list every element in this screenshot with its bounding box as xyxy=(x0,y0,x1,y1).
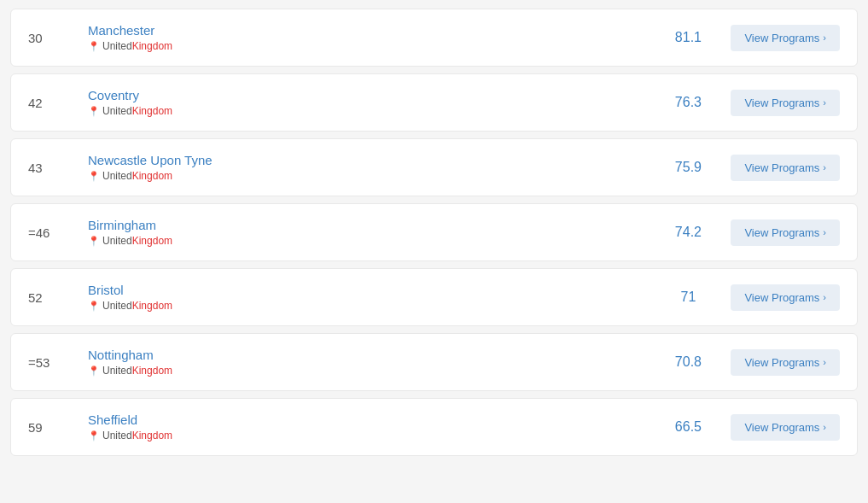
country-highlight: Kingdom xyxy=(132,105,172,117)
city-name[interactable]: Manchester xyxy=(88,23,645,38)
chevron-right-icon: › xyxy=(823,292,826,302)
view-programs-label: View Programs xyxy=(744,161,819,174)
rank-number: =46 xyxy=(28,225,79,240)
city-info: Bristol 📍 United Kingdom xyxy=(79,283,645,312)
city-info: Sheffield 📍 United Kingdom xyxy=(79,412,645,442)
view-programs-label: View Programs xyxy=(744,32,819,44)
country-highlight: Kingdom xyxy=(132,430,172,442)
country-highlight: Kingdom xyxy=(132,40,172,52)
country-line: 📍 United Kingdom xyxy=(88,365,645,377)
view-programs-label: View Programs xyxy=(744,97,819,109)
score-value: 71 xyxy=(645,290,731,305)
view-programs-button[interactable]: View Programs › xyxy=(731,155,840,181)
country-text: United xyxy=(102,430,132,442)
country-text: United xyxy=(102,105,132,117)
chevron-right-icon: › xyxy=(823,227,826,237)
view-programs-label: View Programs xyxy=(744,226,819,239)
city-info: Nottingham 📍 United Kingdom xyxy=(79,348,645,377)
country-line: 📍 United Kingdom xyxy=(88,430,645,442)
score-value: 81.1 xyxy=(645,30,731,45)
country-highlight: Kingdom xyxy=(132,300,172,312)
country-text: United xyxy=(102,365,132,377)
city-name[interactable]: Sheffield xyxy=(88,412,645,427)
table-row: 52 Bristol 📍 United Kingdom 71 View Prog… xyxy=(10,268,858,326)
location-icon: 📍 xyxy=(88,41,100,52)
table-row: 43 Newcastle Upon Tyne 📍 United Kingdom … xyxy=(10,138,858,196)
view-programs-button[interactable]: View Programs › xyxy=(731,284,840,311)
score-value: 70.8 xyxy=(645,354,731,370)
score-value: 76.3 xyxy=(645,95,731,110)
location-icon: 📍 xyxy=(88,366,100,377)
country-text: United xyxy=(102,40,132,52)
rank-number: 30 xyxy=(28,31,79,45)
score-value: 74.2 xyxy=(645,225,731,240)
chevron-right-icon: › xyxy=(823,357,826,367)
city-name[interactable]: Nottingham xyxy=(88,348,645,362)
view-programs-label: View Programs xyxy=(744,356,819,369)
chevron-right-icon: › xyxy=(823,97,826,108)
view-programs-button[interactable]: View Programs › xyxy=(731,349,840,376)
country-text: United xyxy=(102,300,132,312)
city-name[interactable]: Coventry xyxy=(88,88,645,102)
country-highlight: Kingdom xyxy=(132,235,172,247)
country-text: United xyxy=(102,170,132,182)
view-programs-button[interactable]: View Programs › xyxy=(731,25,840,51)
country-line: 📍 United Kingdom xyxy=(88,105,645,117)
location-icon: 📍 xyxy=(88,430,100,442)
country-line: 📍 United Kingdom xyxy=(88,170,645,182)
rank-number: 52 xyxy=(28,290,79,305)
country-highlight: Kingdom xyxy=(132,365,172,377)
location-icon: 📍 xyxy=(88,106,100,117)
city-info: Coventry 📍 United Kingdom xyxy=(79,88,645,117)
city-info: Manchester 📍 United Kingdom xyxy=(79,23,645,52)
city-name[interactable]: Birmingham xyxy=(88,218,645,232)
rank-number: =53 xyxy=(28,355,79,370)
table-row: 59 Sheffield 📍 United Kingdom 66.5 View … xyxy=(10,398,858,456)
view-programs-button[interactable]: View Programs › xyxy=(731,414,840,441)
table-row: 42 Coventry 📍 United Kingdom 76.3 View P… xyxy=(10,73,858,132)
city-info: Birmingham 📍 United Kingdom xyxy=(79,218,645,247)
view-programs-label: View Programs xyxy=(744,421,819,434)
city-name[interactable]: Newcastle Upon Tyne xyxy=(88,153,645,167)
city-name[interactable]: Bristol xyxy=(88,283,645,297)
location-icon: 📍 xyxy=(88,171,100,182)
chevron-right-icon: › xyxy=(823,422,826,432)
chevron-right-icon: › xyxy=(823,162,826,173)
country-line: 📍 United Kingdom xyxy=(88,300,645,312)
view-programs-button[interactable]: View Programs › xyxy=(731,90,840,116)
table-row: =46 Birmingham 📍 United Kingdom 74.2 Vie… xyxy=(10,203,858,261)
view-programs-button[interactable]: View Programs › xyxy=(731,219,840,246)
rank-number: 42 xyxy=(28,96,79,110)
city-info: Newcastle Upon Tyne 📍 United Kingdom xyxy=(79,153,645,182)
rank-number: 59 xyxy=(28,420,79,435)
chevron-right-icon: › xyxy=(823,32,826,43)
score-value: 66.5 xyxy=(645,419,731,435)
country-line: 📍 United Kingdom xyxy=(88,40,645,52)
view-programs-label: View Programs xyxy=(744,291,819,304)
table-row: =53 Nottingham 📍 United Kingdom 70.8 Vie… xyxy=(10,333,858,391)
main-container: 30 Manchester 📍 United Kingdom 81.1 View… xyxy=(0,0,868,471)
country-line: 📍 United Kingdom xyxy=(88,235,645,247)
rank-number: 43 xyxy=(28,161,79,175)
table-row: 30 Manchester 📍 United Kingdom 81.1 View… xyxy=(10,9,858,67)
country-highlight: Kingdom xyxy=(132,170,172,182)
country-text: United xyxy=(102,235,132,247)
location-icon: 📍 xyxy=(88,301,100,312)
score-value: 75.9 xyxy=(645,160,731,175)
location-icon: 📍 xyxy=(88,236,100,247)
